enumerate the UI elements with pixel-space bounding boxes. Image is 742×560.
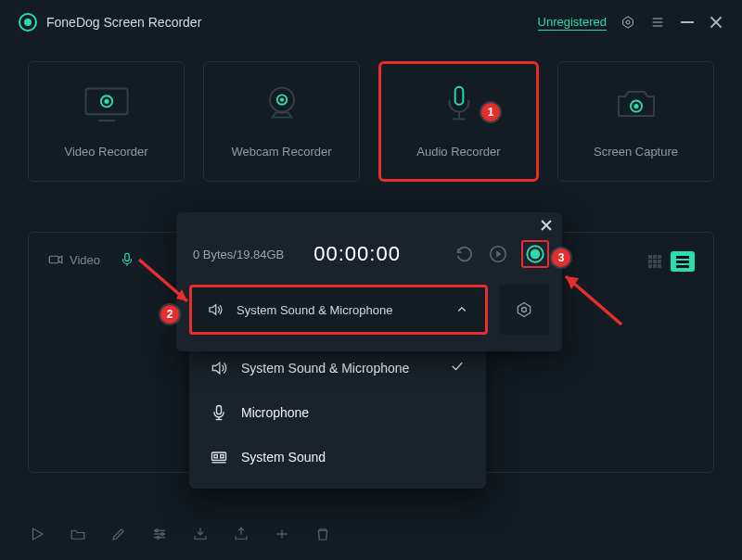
minimize-icon[interactable] [679, 14, 696, 31]
speaker-icon [210, 359, 228, 377]
screen-capture-card[interactable]: Screen Capture [557, 61, 714, 182]
svg-marker-36 [518, 303, 530, 317]
svg-rect-23 [648, 260, 652, 263]
webcam-icon [258, 85, 306, 124]
menu-icon[interactable] [649, 14, 666, 31]
svg-rect-38 [217, 406, 222, 414]
camera-icon [612, 85, 660, 124]
system-sound-icon [210, 448, 228, 466]
video-recorder-card[interactable]: Video Recorder [28, 61, 185, 182]
record-timer: 00:00:00 [313, 242, 401, 266]
svg-rect-30 [676, 261, 689, 263]
dropdown-option-microphone[interactable]: Microphone [189, 390, 486, 435]
svg-rect-31 [676, 265, 689, 268]
annotation-badge-2: 2 [160, 305, 179, 324]
option-label: Microphone [241, 405, 309, 420]
dropdown-option-both[interactable]: System Sound & Microphone [189, 345, 486, 390]
tab-label: Video [70, 253, 100, 267]
microphone-icon [435, 85, 483, 124]
svg-point-35 [531, 250, 540, 259]
trash-icon[interactable] [313, 525, 332, 543]
import-icon[interactable] [191, 525, 210, 543]
card-label: Audio Recorder [416, 145, 500, 159]
adjust-icon[interactable] [150, 525, 169, 543]
microphone-icon [210, 403, 228, 422]
annotation-badge-3: 3 [552, 248, 570, 267]
undo-icon[interactable] [454, 244, 475, 264]
tab-audio[interactable] [119, 251, 135, 268]
divide-icon[interactable] [273, 525, 291, 543]
svg-rect-25 [658, 260, 661, 263]
dropdown-option-system[interactable]: System Sound [189, 435, 486, 479]
speaker-icon [207, 301, 224, 318]
svg-point-11 [279, 97, 283, 101]
svg-rect-20 [648, 255, 652, 259]
svg-rect-27 [653, 264, 657, 268]
svg-rect-24 [653, 260, 657, 263]
close-icon[interactable] [709, 15, 723, 30]
svg-point-16 [633, 104, 638, 108]
storage-info: 0 Bytes/19.84GB [193, 248, 284, 261]
svg-point-7 [104, 98, 109, 103]
svg-rect-22 [658, 255, 661, 259]
view-list-button[interactable] [671, 251, 695, 272]
svg-point-1 [626, 20, 630, 24]
svg-marker-33 [496, 250, 502, 257]
edit-icon[interactable] [109, 525, 128, 543]
audio-settings-button[interactable] [499, 285, 549, 335]
svg-rect-21 [653, 255, 657, 259]
play-icon[interactable] [488, 244, 508, 264]
settings-hex-icon[interactable] [620, 14, 636, 31]
popup-close-icon[interactable] [540, 218, 555, 233]
tab-video[interactable]: Video [47, 251, 100, 268]
monitor-icon [83, 85, 131, 124]
svg-rect-26 [648, 264, 652, 268]
svg-rect-18 [125, 253, 130, 261]
svg-rect-42 [214, 455, 217, 458]
card-label: Webcam Recorder [231, 145, 331, 159]
svg-rect-12 [454, 86, 463, 104]
folder-icon[interactable] [69, 525, 87, 543]
unregistered-link[interactable]: Unregistered [538, 15, 607, 31]
webcam-recorder-card[interactable]: Webcam Recorder [203, 61, 360, 182]
card-label: Screen Capture [594, 145, 678, 159]
chevron-up-icon [454, 301, 470, 318]
record-button[interactable] [521, 240, 549, 268]
svg-rect-29 [676, 256, 689, 259]
app-logo [19, 13, 37, 32]
file-toolbar [28, 525, 332, 543]
svg-rect-28 [658, 264, 661, 268]
option-label: System Sound & Microphone [241, 361, 409, 375]
audio-recorder-card[interactable]: 1 Audio Recorder [378, 61, 539, 182]
option-label: System Sound [241, 450, 326, 465]
svg-marker-45 [33, 528, 44, 540]
audio-source-select[interactable]: System Sound & Microphone [189, 285, 488, 335]
play-icon[interactable] [28, 525, 46, 543]
select-label: System Sound & Microphone [237, 303, 392, 317]
svg-point-37 [522, 308, 527, 312]
view-grid-button[interactable] [643, 251, 667, 272]
svg-rect-17 [49, 256, 58, 263]
card-label: Video Recorder [64, 145, 147, 159]
annotation-badge-1: 1 [481, 103, 500, 121]
svg-marker-0 [623, 17, 633, 28]
audio-source-dropdown: System Sound & Microphone Microphone Sys… [189, 339, 486, 489]
check-icon [449, 358, 466, 377]
app-title: FoneDog Screen Recorder [46, 15, 201, 30]
export-icon[interactable] [232, 525, 250, 543]
svg-rect-43 [221, 455, 224, 458]
audio-recorder-popup: 0 Bytes/19.84GB 00:00:00 System Sound & … [176, 212, 562, 351]
